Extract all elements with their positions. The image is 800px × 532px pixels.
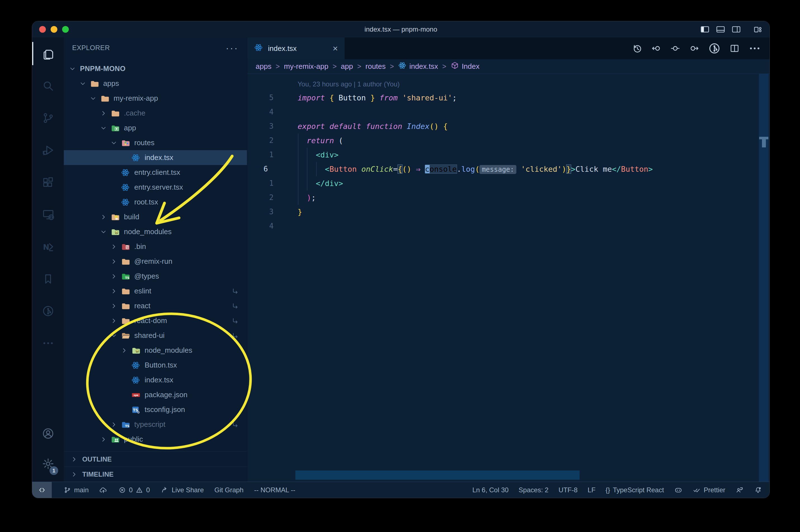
tree-item-pnpm-mono[interactable]: PNPM-MONO xyxy=(64,61,247,76)
activity-explorer-icon[interactable] xyxy=(32,37,64,70)
code-line[interactable]: 1 </div> xyxy=(247,176,769,190)
tree-item-shared-ui[interactable]: shared-ui xyxy=(64,328,247,343)
maximize-window-button[interactable] xyxy=(62,26,69,33)
status-cursor-position[interactable]: Ln 6, Col 30 xyxy=(473,486,509,494)
status-language-mode[interactable]: {}TypeScript React xyxy=(606,486,664,494)
activity-run-and-debug-icon[interactable] xyxy=(32,134,64,166)
code-line[interactable]: 6 <Button onClick={() ⇒ console.log(mess… xyxy=(247,162,769,176)
activity-nx-console-icon[interactable]: N xyxy=(32,230,64,263)
status-notifications[interactable] xyxy=(754,486,762,494)
toggle-panel-icon[interactable] xyxy=(716,25,725,34)
gitlens-forward-icon[interactable] xyxy=(689,43,700,54)
status-remote-indicator[interactable] xyxy=(32,482,52,498)
activity-bookmarks-icon[interactable] xyxy=(32,263,64,295)
chevron-right-icon[interactable] xyxy=(120,347,131,354)
chevron-right-icon[interactable] xyxy=(110,287,121,295)
tree-item-my-remix-app[interactable]: my-remix-app xyxy=(64,91,247,106)
toggle-sidebar-icon[interactable] xyxy=(700,25,710,34)
more-actions-icon[interactable] xyxy=(748,42,761,55)
explorer-more-icon[interactable]: ··· xyxy=(226,45,239,51)
code-line[interactable]: 5import { Button } from 'shared-ui'; xyxy=(247,91,769,105)
vertical-scrollbar[interactable] xyxy=(759,74,769,482)
code-line[interactable]: 4 xyxy=(247,105,769,119)
tree-item-package-json[interactable]: npmpackage.json xyxy=(64,387,247,402)
breadcrumb-app[interactable]: app xyxy=(341,62,353,71)
status-copilot[interactable] xyxy=(674,486,683,494)
gitlens-current-icon[interactable] xyxy=(670,43,681,54)
chevron-right-icon[interactable] xyxy=(100,213,111,221)
tree-item-remix-run[interactable]: @remix-run xyxy=(64,254,247,269)
tree-item-cache[interactable]: .cache xyxy=(64,106,247,120)
status-eol[interactable]: LF xyxy=(588,486,595,494)
chevron-right-icon[interactable] xyxy=(110,317,121,324)
code-line[interactable]: 2 return ( xyxy=(247,133,769,148)
activity-git-graph-icon[interactable] xyxy=(32,295,64,327)
breadcrumb-routes[interactable]: routes xyxy=(366,62,386,71)
tree-item-index-tsx[interactable]: index.tsx xyxy=(64,373,247,387)
sidebar-section-outline[interactable]: OUTLINE xyxy=(64,452,247,467)
tab-index-tsx[interactable]: index.tsx × xyxy=(247,37,345,59)
tree-item-node-modules[interactable]: JSnode_modules xyxy=(64,343,247,358)
status-vim-mode[interactable]: -- NORMAL -- xyxy=(254,486,296,494)
status-sync-changes[interactable] xyxy=(99,486,108,494)
chevron-right-icon[interactable] xyxy=(110,243,121,250)
status-indentation[interactable]: Spaces: 2 xyxy=(519,486,549,494)
status-encoding[interactable]: UTF-8 xyxy=(558,486,578,494)
tree-item-root-tsx[interactable]: root.tsx xyxy=(64,195,247,209)
activity-source-control-icon[interactable] xyxy=(32,102,64,134)
tree-item-entry-client-tsx[interactable]: entry.client.tsx xyxy=(64,165,247,180)
tree-item-bin[interactable]: 0110.bin xyxy=(64,239,247,254)
activity-more-views-icon[interactable] xyxy=(32,327,64,359)
gitlens-back-icon[interactable] xyxy=(651,43,662,54)
tree-item-react[interactable]: react xyxy=(64,299,247,313)
code-line[interactable]: 3export default function Index() { xyxy=(247,119,769,133)
tree-item-types[interactable]: TS@types xyxy=(64,269,247,284)
activity-account-icon[interactable] xyxy=(32,418,64,449)
chevron-down-icon[interactable] xyxy=(100,125,111,132)
toggle-secondary-sidebar-icon[interactable] xyxy=(731,25,741,34)
activity-settings-icon[interactable]: 1 xyxy=(32,449,64,479)
tree-item-entry-server-tsx[interactable]: entry.server.tsx xyxy=(64,180,247,195)
chevron-down-icon[interactable] xyxy=(100,228,111,235)
status-problems[interactable]: 00 xyxy=(118,486,150,494)
tree-item-button-tsx[interactable]: Button.tsx xyxy=(64,358,247,373)
tree-item-apps[interactable]: apps xyxy=(64,76,247,91)
breadcrumb-index-tsx[interactable]: index.tsx xyxy=(398,61,438,72)
tree-item-react-dom[interactable]: react-dom xyxy=(64,313,247,328)
tree-item-routes[interactable]: routes xyxy=(64,135,247,150)
code-line[interactable]: 2 ); xyxy=(247,190,769,205)
breadcrumb-apps[interactable]: apps xyxy=(256,62,271,71)
chevron-down-icon[interactable] xyxy=(69,65,79,73)
tree-item-app[interactable]: app xyxy=(64,120,247,135)
tree-item-tsconfig-json[interactable]: TStsconfig.json xyxy=(64,402,247,417)
chevron-right-icon[interactable] xyxy=(110,421,121,428)
tree-item-typescript[interactable]: TStypescript xyxy=(64,417,247,432)
customize-layout-icon[interactable] xyxy=(753,25,763,34)
activity-extensions-icon[interactable] xyxy=(32,166,64,198)
tree-item-node-modules[interactable]: JSnode_modules xyxy=(64,224,247,239)
tree-item-public[interactable]: public xyxy=(64,432,247,447)
chevron-right-icon[interactable] xyxy=(100,436,111,443)
chevron-down-icon[interactable] xyxy=(110,332,121,339)
code-line[interactable]: 3} xyxy=(247,205,769,219)
code-editor[interactable]: You, 23 hours ago | 1 author (You) 5impo… xyxy=(247,74,769,482)
breadcrumb-my-remix-app[interactable]: my-remix-app xyxy=(284,62,328,71)
minimize-window-button[interactable] xyxy=(51,26,57,33)
status-prettier[interactable]: Prettier xyxy=(692,486,725,494)
chevron-right-icon[interactable] xyxy=(110,302,121,310)
sidebar-section-timeline[interactable]: TIMELINE xyxy=(64,467,247,482)
tree-item-index-tsx[interactable]: index.tsx xyxy=(64,150,247,165)
code-line[interactable]: 1 <div> xyxy=(247,148,769,162)
status-git-branch[interactable]: main xyxy=(63,486,89,494)
chevron-down-icon[interactable] xyxy=(79,80,90,87)
chevron-right-icon[interactable] xyxy=(110,258,121,265)
chevron-right-icon[interactable] xyxy=(100,110,111,117)
code-line[interactable]: 4 xyxy=(247,219,769,233)
close-tab-icon[interactable]: × xyxy=(332,44,338,53)
tree-item-build[interactable]: build xyxy=(64,209,247,224)
split-editor-icon[interactable] xyxy=(729,43,740,54)
status-feedback[interactable] xyxy=(736,486,744,494)
git-graph-icon[interactable] xyxy=(708,42,721,55)
chevron-down-icon[interactable] xyxy=(110,139,121,147)
chevron-right-icon[interactable] xyxy=(110,273,121,280)
